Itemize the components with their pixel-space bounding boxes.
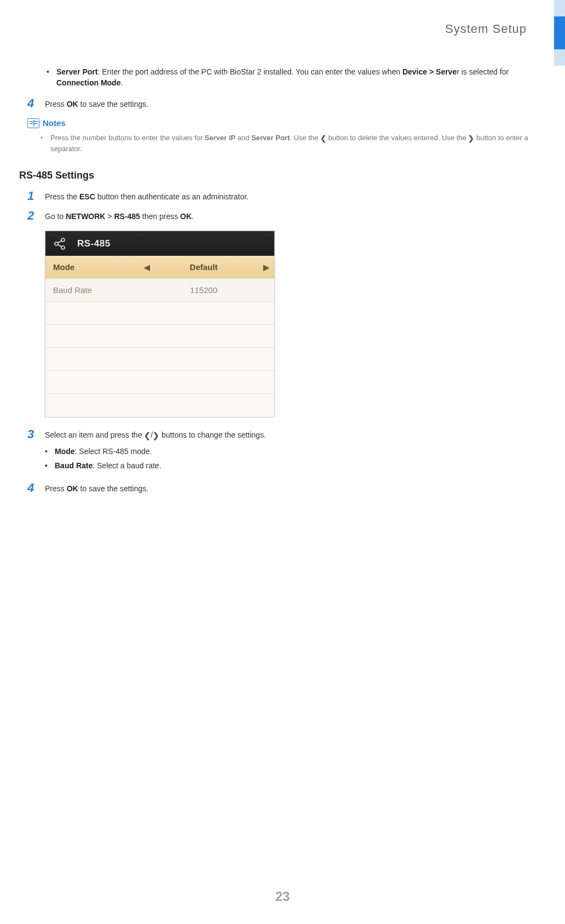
intro-bullet: • Server Port: Enter the port address of… (47, 66, 538, 89)
document-page: System Setup • Server Port: Enter the po… (0, 0, 565, 495)
step-3: 3 Select an item and press the ❮/❯ butto… (16, 429, 538, 474)
step-4b: 4 Press OK to save the settings. (16, 483, 538, 494)
screenshot-row-mode: Mode ◀ Default ▶ (45, 256, 274, 279)
svg-point-0 (55, 242, 58, 245)
screenshot-empty-row (45, 371, 274, 394)
section-heading-rs485: RS-485 Settings (19, 170, 538, 181)
page-number: 23 (0, 889, 565, 904)
svg-point-1 (61, 238, 65, 242)
bullet-icon: • (45, 446, 55, 457)
bullet-icon: • (45, 460, 55, 471)
row-label: Baud Rate (45, 285, 139, 295)
svg-line-3 (58, 240, 62, 243)
step-number: 4 (27, 97, 45, 110)
chevron-right-icon: ❯ (468, 133, 474, 144)
screenshot-empty-row (45, 394, 274, 417)
step-number: 2 (27, 210, 45, 222)
step-number: 3 (27, 428, 45, 474)
svg-point-2 (61, 246, 65, 249)
chevron-left-icon: ❮ (320, 133, 326, 144)
notes-list: • Press the number buttons to enter the … (27, 133, 538, 154)
notes-icon (27, 118, 39, 128)
step-4a: 4 Press OK to save the settings. (16, 99, 538, 110)
bullet-icon: • (47, 66, 56, 89)
screenshot-empty-row (45, 302, 274, 325)
notes-item: • Press the number buttons to enter the … (41, 133, 538, 154)
notes-title: Notes (43, 118, 66, 128)
row-value: Default (155, 262, 258, 272)
page-header-title: System Setup (16, 22, 538, 36)
rs485-screenshot: RS-485 Mode ◀ Default ▶ Baud Rate 115200 (45, 231, 275, 417)
screenshot-empty-row (45, 348, 274, 371)
step3-bullet-baudrate: • Baud Rate: Select a baud rate. (45, 460, 538, 471)
step-4a-body: Press OK to save the settings. (45, 99, 538, 110)
screenshot-empty-row (45, 325, 274, 348)
notes-header: Notes (27, 118, 538, 128)
step-1-body: Press the ESC button then authenticate a… (45, 191, 538, 202)
step-3-text: Select an item and press the ❮/❯ buttons… (45, 429, 538, 441)
screenshot-titlebar: RS-485 (45, 231, 274, 256)
step-1: 1 Press the ESC button then authenticate… (16, 191, 538, 202)
screenshot-title: RS-485 (77, 238, 111, 249)
step-2: 2 Go to NETWORK > RS-485 then press OK. (16, 211, 538, 222)
row-value: 115200 (155, 285, 258, 295)
arrow-left-icon: ◀ (139, 263, 155, 272)
svg-line-4 (58, 244, 62, 246)
notes-item-text: Press the number buttons to enter the va… (50, 133, 538, 154)
chevron-right-icon: ❯ (153, 430, 159, 441)
chevron-left-icon: ❮ (144, 430, 151, 441)
step-3-body: Select an item and press the ❮/❯ buttons… (45, 429, 538, 474)
step3-bullet-mode: • Mode: Select RS-485 mode. (45, 446, 538, 457)
share-icon (53, 237, 66, 250)
side-tab-marker (554, 0, 565, 66)
step-number: 1 (27, 190, 45, 202)
step-number: 4 (27, 482, 45, 494)
intro-bullet-text: Server Port: Enter the port address of t… (56, 66, 538, 89)
notes-block: Notes • Press the number buttons to ente… (16, 118, 538, 154)
step-4b-body: Press OK to save the settings. (45, 483, 538, 494)
screenshot-row-baudrate: Baud Rate 115200 (45, 279, 274, 302)
arrow-right-icon: ▶ (258, 263, 274, 272)
bullet-icon: • (41, 133, 50, 154)
step-2-body: Go to NETWORK > RS-485 then press OK. (45, 211, 538, 222)
row-label: Mode (45, 262, 139, 272)
server-port-label: Server Port (56, 67, 97, 76)
intro-bullet-block: • Server Port: Enter the port address of… (16, 66, 538, 89)
